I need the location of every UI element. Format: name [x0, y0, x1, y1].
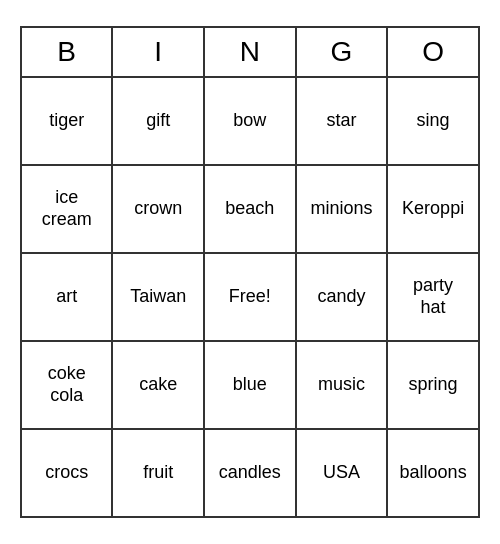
bingo-cell-0-2: bow — [204, 77, 296, 165]
bingo-cell-4-2: candles — [204, 429, 296, 517]
header-letter-o: O — [387, 27, 479, 77]
bingo-cell-2-2: Free! — [204, 253, 296, 341]
bingo-cell-3-4: spring — [387, 341, 479, 429]
bingo-row-3: cokecolacakebluemusicspring — [21, 341, 479, 429]
bingo-cell-0-1: gift — [112, 77, 204, 165]
bingo-cell-2-1: Taiwan — [112, 253, 204, 341]
bingo-row-1: icecreamcrownbeachminionsKeroppi — [21, 165, 479, 253]
bingo-cell-0-4: sing — [387, 77, 479, 165]
bingo-cell-4-1: fruit — [112, 429, 204, 517]
bingo-cell-3-3: music — [296, 341, 388, 429]
bingo-cell-0-0: tiger — [21, 77, 112, 165]
bingo-cell-2-0: art — [21, 253, 112, 341]
bingo-cell-1-4: Keroppi — [387, 165, 479, 253]
bingo-header-row: BINGO — [21, 27, 479, 77]
bingo-card: BINGO tigergiftbowstarsingicecreamcrownb… — [20, 26, 480, 518]
bingo-cell-2-4: partyhat — [387, 253, 479, 341]
header-letter-i: I — [112, 27, 204, 77]
bingo-cell-3-1: cake — [112, 341, 204, 429]
header-letter-g: G — [296, 27, 388, 77]
bingo-cell-1-1: crown — [112, 165, 204, 253]
bingo-cell-4-3: USA — [296, 429, 388, 517]
bingo-cell-3-0: cokecola — [21, 341, 112, 429]
bingo-cell-1-3: minions — [296, 165, 388, 253]
bingo-cell-2-3: candy — [296, 253, 388, 341]
header-letter-b: B — [21, 27, 112, 77]
bingo-cell-0-3: star — [296, 77, 388, 165]
bingo-cell-1-0: icecream — [21, 165, 112, 253]
bingo-cell-4-4: balloons — [387, 429, 479, 517]
bingo-cell-3-2: blue — [204, 341, 296, 429]
bingo-row-0: tigergiftbowstarsing — [21, 77, 479, 165]
header-letter-n: N — [204, 27, 296, 77]
bingo-cell-1-2: beach — [204, 165, 296, 253]
bingo-row-4: crocsfruitcandlesUSAballoons — [21, 429, 479, 517]
bingo-row-2: artTaiwanFree!candypartyhat — [21, 253, 479, 341]
bingo-cell-4-0: crocs — [21, 429, 112, 517]
